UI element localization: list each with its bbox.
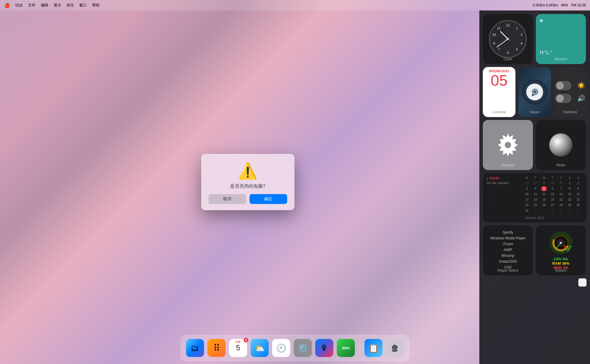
cal-cell[interactable]: 14 [558, 192, 564, 197]
menu-window[interactable]: 窗口 [79, 3, 87, 8]
dock-settings[interactable]: ⚙️ [294, 339, 312, 357]
cal-cell[interactable]: 15 [567, 192, 573, 197]
alert-cancel-button[interactable]: 取消 [209, 194, 246, 204]
dock-launchpad[interactable]: ⠿ [208, 339, 226, 357]
dock-calendar[interactable]: 10月 5 5 [229, 339, 247, 357]
weather-widget[interactable]: H:°L:° Weather [536, 14, 586, 64]
alert-ok-button[interactable]: 确定 [250, 194, 287, 204]
cal-cell[interactable]: 12 [541, 192, 547, 197]
battery-status: 99% [561, 3, 568, 7]
dock-battery[interactable]: 99% [337, 339, 355, 357]
clock-widget[interactable]: 12 1 2 4 5 6 7 8 10 11 [483, 14, 533, 64]
cal-cell[interactable]: 1 [533, 208, 538, 213]
cal-cell[interactable]: 27 [533, 181, 538, 186]
menu-file[interactable]: 文件 [28, 3, 36, 8]
cal-cell[interactable]: 11 [533, 192, 538, 197]
switch-toggle-1[interactable] [555, 81, 571, 90]
system-stats: CPU 0% RAM 36% HDD 3% [552, 257, 569, 270]
cal-cell[interactable]: 30 [575, 203, 581, 208]
cal-cell[interactable]: 19 [541, 197, 547, 202]
calendar-mini-header: | Today Do the Laundry — — — — M T W T [487, 176, 582, 214]
nc-close-button[interactable] [578, 278, 587, 287]
calendar-header: WEDNESDAY 05 [483, 67, 515, 89]
player-widget[interactable]: SpotifyWindows Media PlayeriTunesAIMPWin… [483, 225, 533, 275]
player-item[interactable]: iTunes [487, 241, 529, 247]
dock-clock[interactable]: 🕙 [272, 339, 290, 357]
player-widget-label: Player Select [483, 268, 533, 273]
cal-dh-m: M [524, 176, 530, 180]
cal-cell[interactable]: 7 [558, 186, 564, 191]
calendar-today-label: | Today [487, 176, 517, 180]
volume-icon: 🔊 [577, 95, 585, 102]
dock-trash[interactable]: 🗑 [386, 339, 404, 357]
clock-plus: +1 [505, 36, 511, 42]
player-item[interactable]: Spotify [487, 229, 529, 235]
player-item[interactable]: AIMP [487, 247, 529, 253]
menu-finder[interactable]: 访达 [15, 3, 23, 8]
dock-separator [360, 341, 360, 355]
cal-cell[interactable]: 29 [550, 181, 555, 186]
cal-cell[interactable]: 28 [558, 203, 564, 208]
cal-cell[interactable]: 30 [558, 181, 564, 186]
mode-widget[interactable]: Mode [536, 120, 586, 170]
settings-widget[interactable]: Settings [483, 120, 533, 170]
cal-cell[interactable]: 1 [567, 181, 573, 186]
clock-time: PM 10:39 [571, 3, 586, 7]
cal-cell[interactable]: 28 [541, 181, 547, 186]
cal-cell[interactable]: 5 [567, 208, 573, 213]
apple-menu[interactable]: 🍎 [4, 3, 10, 8]
mode-icon [549, 133, 573, 157]
switches-widget[interactable]: ☀️ 🔊 Switches [554, 67, 587, 117]
cal-cell[interactable]: 18 [533, 197, 538, 202]
cal-cell[interactable]: 10 [524, 192, 530, 197]
dock-siri[interactable]: 🎙 [315, 339, 333, 357]
cal-cell[interactable]: 6 [550, 186, 555, 191]
notification-center[interactable]: 12 1 2 4 5 6 7 8 10 11 [479, 10, 590, 364]
cal-cell[interactable]: 17 [524, 197, 530, 202]
player-item[interactable]: Windows Media Player [487, 235, 529, 241]
cal-cell[interactable]: 3 [524, 186, 530, 191]
svg-point-0 [522, 79, 547, 105]
cal-cell[interactable]: 8 [567, 186, 573, 191]
menu-help[interactable]: 帮助 [92, 3, 100, 8]
menu-view[interactable]: 显示 [54, 3, 61, 8]
cal-cell[interactable]: 2 [575, 181, 581, 186]
cal-cell[interactable]: 29 [567, 203, 573, 208]
system-widget[interactable]: CPU 0% RAM 36% HDD 3% System [536, 225, 586, 275]
steam-widget[interactable]: Steam [518, 67, 551, 117]
menu-go[interactable]: 前往 [66, 3, 74, 8]
cal-cell[interactable]: 4 [558, 208, 564, 213]
dock-finder[interactable]: 🗂 [186, 339, 204, 357]
cal-cell[interactable]: 9 [575, 186, 581, 191]
cal-weeks-container: 2627282930123456789101112131415161718192… [523, 181, 582, 213]
cal-cell[interactable]: 16 [575, 192, 581, 197]
cal-cell[interactable]: 23 [575, 197, 581, 202]
cal-cell[interactable]: 13 [550, 192, 555, 197]
switch-toggle-2[interactable] [555, 94, 571, 103]
cal-cell[interactable]: 25 [533, 203, 538, 208]
cal-cell[interactable]: 6 [575, 208, 581, 213]
cal-cell[interactable]: 3 [550, 208, 555, 213]
cal-cell[interactable]: 21 [558, 197, 564, 202]
player-item[interactable]: foobar2000 [487, 259, 529, 264]
menu-edit[interactable]: 编辑 [41, 3, 48, 8]
player-item[interactable]: Winamp [487, 253, 529, 259]
cal-cell[interactable]: 20 [550, 197, 555, 202]
cal-cell[interactable]: 4 [533, 186, 538, 191]
brightness-icon: ☀️ [577, 82, 585, 89]
weather-dock-icon: ⛅ [255, 343, 265, 353]
cal-day-headers: M T W T F S S [523, 176, 582, 180]
calendar-widget[interactable]: WEDNESDAY 05 Calendar [483, 67, 515, 117]
cal-cell[interactable]: 27 [550, 203, 555, 208]
cal-cell[interactable]: 2 [541, 208, 547, 213]
dock-weather[interactable]: ⛅ [251, 339, 269, 357]
calendar-mini-widget[interactable]: | Today Do the Laundry — — — — M T W T [483, 173, 587, 222]
switch-knob-1 [556, 82, 564, 89]
cal-cell[interactable]: 26 [524, 181, 530, 186]
cal-cell[interactable]: 5 [541, 186, 547, 191]
cal-cell[interactable]: 26 [541, 203, 547, 208]
dock-files[interactable]: 📋 [365, 339, 383, 357]
cal-cell[interactable]: 22 [567, 197, 573, 202]
cal-cell[interactable]: 31 [524, 208, 530, 213]
cal-cell[interactable]: 24 [524, 203, 530, 208]
